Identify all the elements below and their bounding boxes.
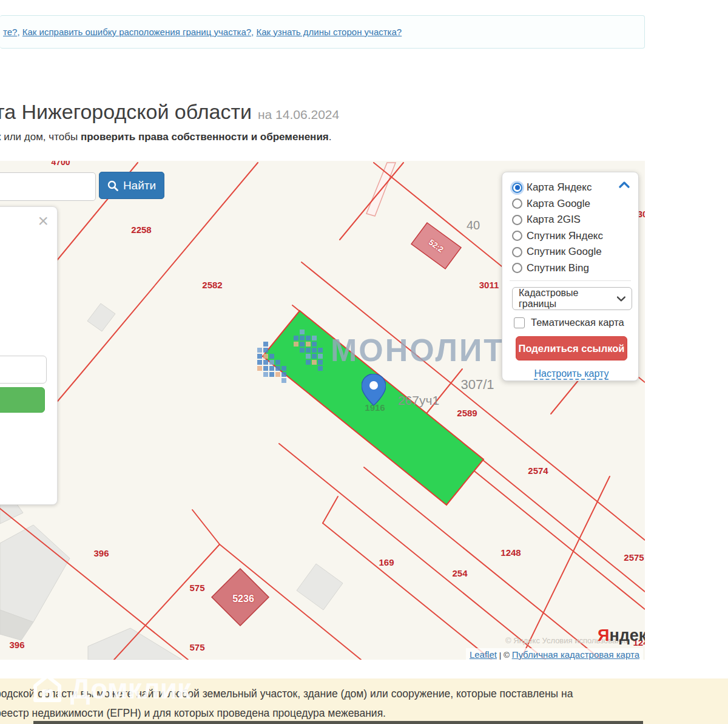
pkk-link[interactable]: Публичная кадастровая карта [512, 649, 639, 660]
radio-icon[interactable] [512, 263, 522, 273]
bottom-dark-strip [33, 721, 643, 724]
base-layer-option-4[interactable]: Спутник Google [512, 244, 631, 260]
footer-line-2: реестр недвижимости (ЕГРН) и для которых… [0, 707, 386, 720]
footer-line-1: родской области вы можете найти любой зе… [0, 688, 573, 700]
close-icon[interactable]: × [38, 212, 49, 230]
chevron-down-icon [617, 296, 625, 302]
radio-icon[interactable] [512, 247, 522, 257]
map-attribution: Leaflet | © Публичная кадастровая карта [466, 648, 643, 660]
leaflet-link[interactable]: Leaflet [470, 649, 497, 660]
thematic-map-label: Тематическая карта [531, 317, 624, 328]
page-title: та Нижегородской областина 14.06.2024 [0, 100, 339, 124]
search-button[interactable]: Найти [99, 172, 164, 199]
base-layer-option-1[interactable]: Карта Google [512, 196, 631, 212]
overlay-select[interactable]: Кадастровые границы [512, 287, 632, 310]
base-layer-option-5[interactable]: Спутник Bing [512, 260, 631, 277]
share-link-button[interactable]: Поделиться ссылкой [516, 336, 627, 360]
base-layer-label: Карта Google [527, 198, 590, 210]
footer-info-bar: родской области вы можете найти любой зе… [0, 678, 728, 724]
radio-icon[interactable] [512, 183, 522, 193]
base-layer-option-3[interactable]: Спутник Яндекс [512, 228, 631, 245]
configure-map-link[interactable]: Настроить карту [512, 368, 631, 379]
page-title-date: на 14.06.2024 [258, 107, 339, 121]
base-layer-label: Карта Яндекс [527, 181, 592, 194]
panel-input[interactable] [0, 356, 47, 384]
help-links: те?, Как исправить ошибку расположения г… [3, 27, 402, 38]
base-layer-list: Карта ЯндексКарта GoogleКарта 2GISСпутни… [512, 180, 631, 276]
radio-icon[interactable] [512, 231, 522, 241]
page-subtitle: к или дом, чтобы проверить права собстве… [0, 131, 331, 143]
help-link-2[interactable]: Как узнать длины сторон участка? [256, 27, 402, 37]
base-layer-option-0[interactable]: Карта Яндекс [512, 180, 631, 196]
chevron-up-icon[interactable] [619, 181, 630, 188]
divider [510, 280, 631, 281]
radio-icon[interactable] [512, 215, 522, 225]
search-button-label: Найти [123, 179, 156, 192]
panel-green-button[interactable] [0, 387, 45, 413]
help-link-0[interactable]: те? [3, 27, 17, 37]
parcel-info-panel: × ая д 267, уч оферты даю мя [0, 206, 58, 505]
overlay-select-value: Кадастровые границы [519, 288, 617, 310]
help-link-1[interactable]: Как исправить ошибку расположения границ… [22, 27, 251, 37]
map-pin-icon[interactable] [362, 374, 386, 405]
base-layer-label: Спутник Bing [527, 262, 589, 274]
radio-icon[interactable] [512, 198, 522, 209]
base-layer-label: Спутник Яндекс [527, 230, 603, 242]
help-links-bar: те?, Как исправить ошибку расположения г… [0, 15, 645, 49]
layers-panel: Карта ЯндексКарта GoogleКарта 2GISСпутни… [502, 172, 639, 381]
search-input[interactable] [0, 172, 96, 201]
base-layer-option-2[interactable]: Карта 2GIS [512, 212, 631, 228]
thematic-map-checkbox[interactable] [514, 317, 525, 328]
search-icon [107, 180, 118, 191]
yandex-logo: Яндекс [598, 626, 645, 645]
page-title-text: та Нижегородской области [0, 100, 252, 123]
base-layer-label: Спутник Google [527, 246, 602, 258]
base-layer-label: Карта 2GIS [527, 214, 581, 226]
thematic-map-checkbox-row[interactable]: Тематическая карта [514, 317, 631, 328]
page: те?, Как исправить ошибку расположения г… [0, 0, 728, 724]
